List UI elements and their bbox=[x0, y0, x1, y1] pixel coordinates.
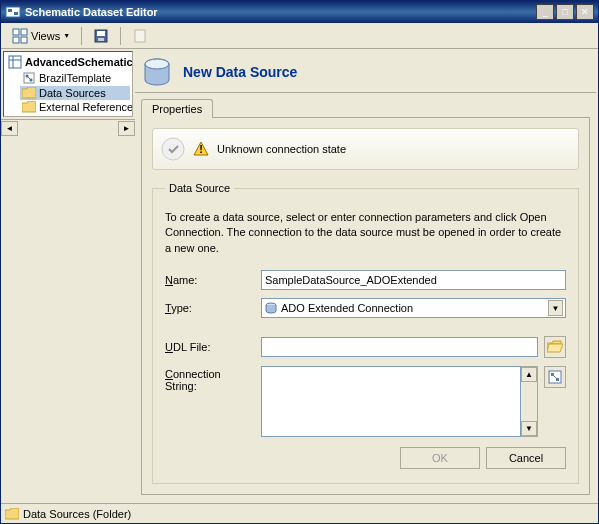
type-value: ADO Extended Connection bbox=[281, 302, 548, 314]
type-select[interactable]: ADO Extended Connection ▼ bbox=[261, 298, 566, 318]
scroll-left-button[interactable]: ◄ bbox=[1, 121, 18, 136]
name-label: Name: bbox=[165, 274, 255, 286]
udl-label: UDL File: bbox=[165, 341, 255, 353]
svg-rect-8 bbox=[97, 31, 105, 36]
tree-view[interactable]: AdvancedSchematic BrazilTemplate Data So… bbox=[3, 51, 133, 117]
refresh-button[interactable] bbox=[125, 25, 155, 47]
window-title: Schematic Dataset Editor bbox=[25, 6, 536, 18]
svg-point-19 bbox=[145, 59, 169, 69]
page-header: New Data Source bbox=[135, 51, 596, 93]
svg-rect-1 bbox=[8, 9, 12, 12]
tree-item-label: BrazilTemplate bbox=[39, 72, 111, 84]
svg-text:!: ! bbox=[199, 143, 203, 155]
toolbar: Views ▼ bbox=[1, 23, 598, 49]
svg-point-20 bbox=[162, 138, 184, 160]
svg-rect-9 bbox=[98, 38, 104, 41]
maximize-button[interactable]: □ bbox=[556, 4, 574, 20]
status-text: Unknown connection state bbox=[217, 143, 346, 155]
statusbar-text: Data Sources (Folder) bbox=[23, 508, 131, 520]
tab-properties[interactable]: Properties bbox=[141, 99, 213, 118]
close-button[interactable]: ✕ bbox=[576, 4, 594, 20]
fieldset-legend: Data Source bbox=[165, 182, 234, 194]
statusbar: Data Sources (Folder) bbox=[1, 503, 598, 523]
minimize-button[interactable]: _ bbox=[536, 4, 554, 20]
schematic-icon bbox=[22, 71, 36, 85]
document-icon bbox=[132, 28, 148, 44]
folder-icon bbox=[22, 87, 36, 99]
cancel-button[interactable]: Cancel bbox=[486, 447, 566, 469]
svg-rect-6 bbox=[21, 37, 27, 43]
svg-rect-11 bbox=[9, 56, 21, 68]
svg-rect-10 bbox=[135, 30, 145, 42]
tree-hscroll[interactable]: ◄ ► bbox=[1, 119, 135, 136]
tree-root-item[interactable]: AdvancedSchematic bbox=[6, 54, 130, 70]
properties-panel: ! Unknown connection state Data Source T… bbox=[141, 117, 590, 495]
datasource-large-icon bbox=[141, 56, 173, 88]
name-input[interactable] bbox=[261, 270, 566, 290]
tree-item-brazil[interactable]: BrazilTemplate bbox=[20, 70, 130, 86]
ok-button[interactable]: OK bbox=[400, 447, 480, 469]
titlebar: Schematic Dataset Editor _ □ ✕ bbox=[1, 1, 598, 23]
tree-item-external[interactable]: External References bbox=[20, 100, 130, 114]
connection-type-icon bbox=[264, 301, 278, 315]
browse-udl-button[interactable] bbox=[544, 336, 566, 358]
help-text: To create a data source, select or enter… bbox=[165, 210, 566, 256]
tree-item-datasources[interactable]: Data Sources bbox=[20, 86, 130, 100]
dataset-icon bbox=[8, 55, 22, 69]
scroll-up-button[interactable]: ▲ bbox=[521, 367, 537, 382]
page-title: New Data Source bbox=[183, 64, 297, 80]
dropdown-arrow-icon: ▼ bbox=[63, 32, 70, 39]
scroll-down-button[interactable]: ▼ bbox=[521, 421, 537, 436]
udl-input[interactable] bbox=[261, 337, 538, 357]
app-icon bbox=[5, 4, 21, 20]
views-label: Views bbox=[31, 30, 60, 42]
views-menu[interactable]: Views ▼ bbox=[5, 25, 77, 47]
status-connection-icon bbox=[161, 137, 185, 161]
build-connection-button[interactable] bbox=[544, 366, 566, 388]
tree-item-label: Data Sources bbox=[39, 87, 106, 99]
svg-rect-3 bbox=[13, 29, 19, 35]
type-label: Type: bbox=[165, 302, 255, 314]
scroll-right-button[interactable]: ► bbox=[118, 121, 135, 136]
tab-label: Properties bbox=[152, 103, 202, 115]
svg-rect-2 bbox=[14, 12, 18, 15]
svg-rect-4 bbox=[21, 29, 27, 35]
conn-label: Connection String: bbox=[165, 366, 255, 437]
views-icon bbox=[12, 28, 28, 44]
save-button[interactable] bbox=[86, 25, 116, 47]
connection-string-input[interactable] bbox=[261, 366, 521, 437]
svg-rect-5 bbox=[13, 37, 19, 43]
folder-icon bbox=[5, 508, 19, 520]
textarea-scrollbar[interactable]: ▲ ▼ bbox=[521, 366, 538, 437]
folder-open-icon bbox=[547, 340, 563, 354]
save-icon bbox=[93, 28, 109, 44]
warning-icon: ! bbox=[193, 141, 209, 157]
folder-icon bbox=[22, 101, 36, 113]
tree-root-label: AdvancedSchematic bbox=[25, 56, 133, 68]
datasource-fieldset: Data Source To create a data source, sel… bbox=[152, 182, 579, 484]
build-icon bbox=[547, 369, 563, 385]
tree-item-label: External References bbox=[39, 101, 133, 113]
status-box: ! Unknown connection state bbox=[152, 128, 579, 170]
dropdown-button[interactable]: ▼ bbox=[548, 300, 563, 316]
